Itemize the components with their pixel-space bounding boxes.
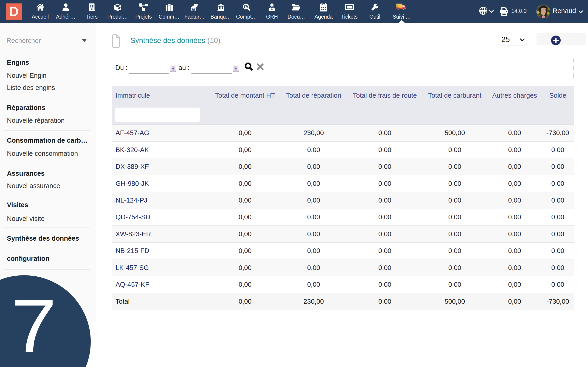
svg-text:$: $ (245, 5, 247, 8)
